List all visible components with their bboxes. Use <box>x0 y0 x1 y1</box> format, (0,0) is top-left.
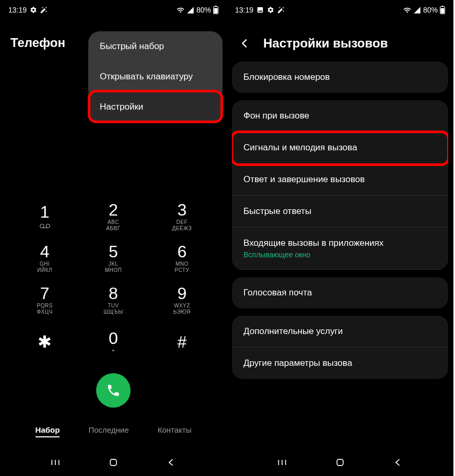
key-2[interactable]: 2 ABC АБВГ <box>79 196 147 237</box>
signal-icon <box>413 6 421 14</box>
nav-bar <box>0 451 227 476</box>
signal-icon <box>186 6 194 14</box>
key-star[interactable]: ✱ <box>10 321 79 363</box>
battery-icon <box>440 6 445 14</box>
voicemail-icon <box>40 222 50 230</box>
key-6[interactable]: 6 MNO РСТУ <box>148 237 216 279</box>
overflow-menu: Быстрый набор Открывать клавиатуру Настр… <box>88 31 223 122</box>
setting-other[interactable]: Другие параметры вызова <box>232 348 448 379</box>
setting-label: Входящие вызовы в приложениях <box>243 238 437 248</box>
gear-icon <box>30 6 37 14</box>
settings-section: Фон при вызове Сигналы и мелодия вызова … <box>232 100 448 270</box>
key-8[interactable]: 8 TUV ШЩЪЫ <box>79 279 147 321</box>
menu-settings[interactable]: Настройки <box>88 92 223 122</box>
key-5[interactable]: 5 JKL МНОП <box>79 237 147 279</box>
setting-sublabel: Всплывающее окно <box>243 251 437 259</box>
settings-section: Дополнительные услуги Другие параметры в… <box>232 316 448 379</box>
svg-point-3 <box>40 224 43 228</box>
svg-rect-16 <box>337 459 343 466</box>
back-button[interactable] <box>237 35 253 51</box>
setting-ringtones[interactable]: Сигналы и мелодия вызова <box>232 132 448 164</box>
dialpad: 1 2 ABC АБВГ 3 DEF ДЕЁЖЗ 4 GHI ИЙКЛ <box>10 196 216 363</box>
status-time: 13:19 <box>235 6 253 14</box>
status-time: 13:19 <box>8 6 27 14</box>
key-9[interactable]: 9 WXYZ ЬЭЮЯ <box>148 279 216 321</box>
key-7[interactable]: 7 PQRS ФХЦЧ <box>10 279 79 321</box>
phone-screen-left: 13:19 80% Телефон Быстрый набор Открыв <box>0 0 227 476</box>
setting-quick-replies[interactable]: Быстрые ответы <box>232 196 448 228</box>
setting-incoming-apps[interactable]: Входящие вызовы в приложениях Всплывающе… <box>232 228 448 270</box>
settings-section: Голосовая почта <box>232 277 448 308</box>
menu-speed-dial[interactable]: Быстрый набор <box>88 31 223 62</box>
nav-home-icon[interactable] <box>335 457 345 470</box>
tab-contacts[interactable]: Контакты <box>158 423 192 437</box>
page-title: Настройки вызовов <box>263 36 388 51</box>
status-bar: 13:19 80% <box>227 0 453 20</box>
svg-point-4 <box>46 224 50 228</box>
settings-list: Блокировка номеров Фон при вызове Сигнал… <box>227 62 453 451</box>
phone-screen-right: 13:19 80% Нас <box>227 0 453 476</box>
setting-voicemail[interactable]: Голосовая почта <box>232 277 448 308</box>
setting-supplementary[interactable]: Дополнительные услуги <box>232 316 448 348</box>
key-hash[interactable]: # <box>148 321 216 363</box>
svg-rect-11 <box>441 6 444 7</box>
wand-icon <box>40 6 48 14</box>
nav-home-icon[interactable] <box>108 457 119 470</box>
battery-text: 80% <box>196 6 211 14</box>
gear-icon <box>267 6 274 14</box>
app-header: Настройки вызовов <box>227 20 453 62</box>
svg-rect-12 <box>441 8 445 14</box>
page-title: Телефон <box>10 35 65 50</box>
nav-bar <box>227 451 453 476</box>
wand-icon <box>277 6 285 14</box>
nav-recents-icon[interactable] <box>277 457 287 470</box>
svg-rect-1 <box>215 6 217 7</box>
wifi-icon <box>403 6 411 14</box>
svg-rect-2 <box>214 8 218 14</box>
wifi-icon <box>177 6 184 14</box>
phone-icon <box>106 383 121 398</box>
status-bar: 13:19 80% <box>0 0 227 20</box>
tab-recent[interactable]: Последние <box>88 423 129 437</box>
key-3[interactable]: 3 DEF ДЕЁЖЗ <box>148 196 216 237</box>
key-4[interactable]: 4 GHI ИЙКЛ <box>10 237 79 279</box>
battery-text: 80% <box>423 6 438 14</box>
tab-dialpad[interactable]: Набор <box>36 423 60 437</box>
call-button[interactable] <box>96 373 131 408</box>
battery-icon <box>213 6 218 14</box>
settings-section: Блокировка номеров <box>232 62 448 93</box>
nav-recents-icon[interactable] <box>50 457 61 470</box>
setting-call-background[interactable]: Фон при вызове <box>232 100 448 132</box>
nav-back-icon[interactable] <box>166 457 177 470</box>
setting-answer-end[interactable]: Ответ и завершение вызовов <box>232 164 448 196</box>
bottom-tabs: Набор Последние Контакты <box>10 417 216 446</box>
nav-back-icon[interactable] <box>393 457 403 470</box>
image-icon <box>256 6 264 14</box>
svg-rect-9 <box>110 459 116 466</box>
key-1[interactable]: 1 <box>10 196 79 237</box>
key-0[interactable]: 0 + <box>79 321 147 363</box>
menu-open-keyboard[interactable]: Открывать клавиатуру <box>88 62 223 92</box>
setting-block-numbers[interactable]: Блокировка номеров <box>232 62 448 93</box>
